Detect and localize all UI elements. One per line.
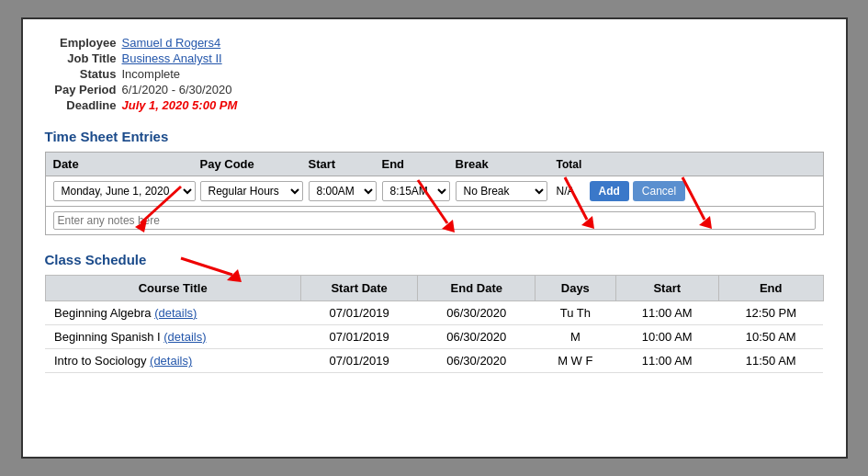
deadline-value: July 1, 2020 5:00 PM — [122, 98, 238, 112]
header-class-end: End — [718, 276, 823, 301]
date-select[interactable]: Monday, June 1, 2020 — [53, 181, 196, 201]
add-button[interactable]: Add — [590, 181, 629, 201]
table-row: Beginning Spanish I (details) 07/01/2019… — [45, 325, 823, 349]
break-select[interactable]: No Break — [456, 181, 547, 201]
course-end-time: 10:50 AM — [718, 325, 823, 349]
header-start: Start — [309, 157, 382, 171]
deadline-label: Deadline — [45, 98, 117, 112]
course-name: Beginning Spanish I — [54, 330, 163, 344]
header-days: Days — [535, 276, 615, 301]
class-schedule-title: Class Schedule — [45, 252, 824, 267]
header-class-start: Start — [615, 276, 718, 301]
timesheet-data-row: Monday, June 1, 2020 Regular Hours 8:00A… — [45, 176, 824, 207]
timesheet-section: Time Sheet Entries Date Pay Code Start E… — [45, 129, 824, 235]
header-break: Break — [456, 157, 557, 171]
course-details-link[interactable]: (details) — [163, 330, 206, 344]
class-table-header: Course Title Start Date End Date Days St… — [45, 276, 823, 301]
timesheet-header-row: Date Pay Code Start End Break Total — [45, 152, 824, 176]
course-end-date: 06/30/2020 — [418, 301, 535, 325]
course-end-date: 06/30/2020 — [418, 349, 535, 373]
class-schedule-section: Class Schedule Course Title Start Date E… — [45, 252, 824, 373]
course-end-time: 11:50 AM — [718, 349, 823, 373]
employee-label: Employee — [45, 36, 117, 50]
cancel-button[interactable]: Cancel — [633, 181, 685, 201]
course-end-time: 12:50 PM — [718, 301, 823, 325]
course-days: M — [535, 325, 615, 349]
course-end-date: 06/30/2020 — [418, 325, 535, 349]
course-start-time: 10:00 AM — [615, 325, 718, 349]
course-details-link[interactable]: (details) — [154, 306, 197, 320]
course-days: Tu Th — [535, 301, 615, 325]
main-window: Employee Samuel d Rogers4 Job Title Busi… — [21, 17, 848, 459]
course-start-time: 11:00 AM — [615, 301, 718, 325]
notes-input[interactable] — [53, 211, 816, 230]
employee-info: Employee Samuel d Rogers4 Job Title Busi… — [45, 36, 824, 112]
header-end-date: End Date — [418, 276, 535, 301]
status-label: Status — [45, 67, 117, 81]
course-start-date: 07/01/2019 — [300, 301, 418, 325]
employee-name[interactable]: Samuel d Rogers4 — [122, 36, 221, 50]
notes-row — [45, 207, 824, 235]
total-value: N/A — [557, 185, 590, 198]
course-start-time: 11:00 AM — [615, 349, 718, 373]
header-date: Date — [53, 157, 200, 171]
course-start-date: 07/01/2019 — [300, 349, 418, 373]
start-select[interactable]: 8:00AM — [309, 181, 377, 201]
jobtitle-value[interactable]: Business Analyst II — [122, 51, 222, 65]
header-end: End — [382, 157, 456, 171]
class-table: Course Title Start Date End Date Days St… — [45, 275, 824, 373]
table-row: Beginning Algebra (details) 07/01/2019 0… — [45, 301, 823, 325]
course-name: Intro to Sociology — [54, 354, 150, 368]
course-details-link[interactable]: (details) — [150, 354, 192, 368]
paycode-select[interactable]: Regular Hours — [200, 181, 303, 201]
header-total: Total — [557, 158, 590, 171]
table-row: Intro to Sociology (details) 07/01/2019 … — [45, 349, 823, 373]
timesheet-title: Time Sheet Entries — [45, 129, 824, 144]
course-start-date: 07/01/2019 — [300, 325, 418, 349]
header-start-date: Start Date — [300, 276, 418, 301]
payperiod-value: 6/1/2020 - 6/30/2020 — [122, 83, 232, 96]
jobtitle-label: Job Title — [45, 51, 117, 65]
status-value: Incomplete — [122, 67, 181, 81]
header-paycode: Pay Code — [200, 157, 309, 171]
header-course: Course Title — [45, 276, 300, 301]
payperiod-label: Pay Period — [45, 83, 117, 96]
course-days: M W F — [535, 349, 615, 373]
course-name: Beginning Algebra — [54, 306, 154, 320]
end-select[interactable]: 8:15AM — [382, 181, 450, 201]
